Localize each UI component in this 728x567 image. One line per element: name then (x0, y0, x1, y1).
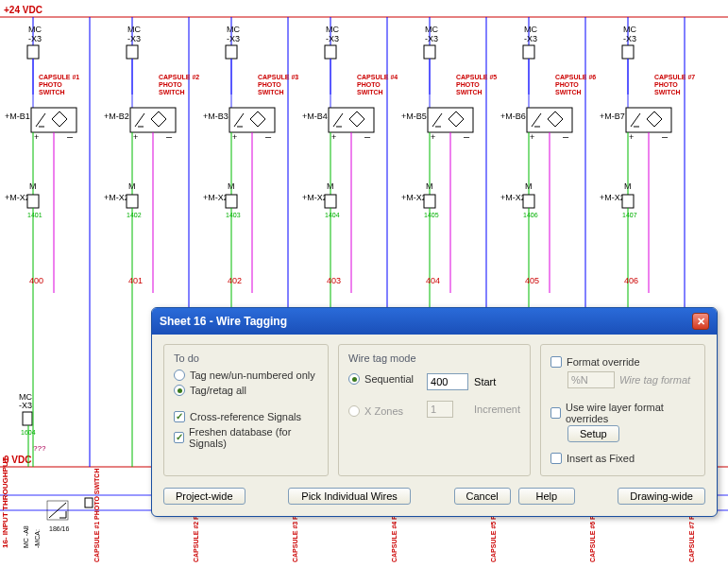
svg-text:-X3: -X3 (127, 34, 141, 43)
svg-text:–: – (364, 130, 371, 142)
svg-rect-59 (127, 195, 138, 208)
svg-text:–: – (563, 130, 569, 142)
radio-sequential[interactable]: Sequential (348, 373, 414, 385)
svg-text:MC: MC (425, 25, 438, 34)
svg-text:1404: 1404 (325, 212, 340, 218)
start-input[interactable] (427, 373, 468, 390)
svg-text:406: 406 (624, 276, 638, 285)
svg-text:+M-X2: +M-X2 (104, 193, 129, 202)
svg-text:CAPSULE #5
      PHOTO
      S: CAPSULE #5 PHOTO SWITCH (456, 74, 499, 95)
cancel-button[interactable]: Cancel (454, 488, 511, 505)
svg-text:CAPSULE #3
      PHOTO
      S: CAPSULE #3 PHOTO SWITCH (258, 74, 300, 95)
svg-text:+M-B2: +M-B2 (104, 112, 129, 121)
svg-text:+: + (232, 132, 237, 142)
svg-text:+M-B7: +M-B7 (600, 112, 625, 121)
svg-text:+M-X2: +M-X2 (203, 193, 229, 202)
svg-rect-16 (23, 412, 32, 425)
svg-text:+M-X2: +M-X2 (302, 193, 328, 202)
help-button[interactable]: Help (518, 488, 575, 505)
svg-rect-139 (523, 45, 534, 59)
svg-text:M: M (525, 181, 533, 191)
svg-rect-24 (27, 45, 39, 59)
svg-text:1402: 1402 (127, 212, 142, 218)
svg-text:+M-B1: +M-B1 (5, 112, 30, 121)
svg-text:M: M (228, 181, 235, 191)
svg-text:MC: MC (524, 25, 537, 34)
svg-text:-MCA:: -MCA: (34, 529, 41, 548)
svg-text:CAPSULE #7
      PHOTO
      S: CAPSULE #7 PHOTO SWITCH (654, 74, 697, 95)
group-title-mode: Wire tag mode (348, 352, 520, 364)
svg-text:–: – (464, 130, 470, 142)
svg-rect-120 (428, 108, 473, 132)
svg-text:CAPSULE #1
      PHOTO
      S: CAPSULE #1 PHOTO SWITCH (39, 74, 81, 95)
svg-text:+M-X2: +M-X2 (600, 193, 625, 202)
svg-text:+M-X2: +M-X2 (5, 193, 30, 202)
format-hint: Wire tag format (619, 374, 690, 386)
svg-rect-143 (527, 108, 572, 132)
svg-text:+M-B3: +M-B3 (203, 112, 229, 121)
svg-text:1401: 1401 (27, 212, 42, 218)
svg-text:MC: MC (127, 25, 141, 34)
pick-wires-button[interactable]: Pick Individual Wires (288, 488, 411, 505)
svg-text:1407: 1407 (622, 212, 637, 218)
svg-text:+: + (530, 132, 534, 142)
svg-text:CAPSULE #2
      PHOTO
      S: CAPSULE #2 PHOTO SWITCH (159, 74, 201, 95)
svg-text:-X3: -X3 (227, 34, 240, 43)
svg-text:+: + (133, 132, 138, 142)
close-icon[interactable]: ✕ (692, 313, 709, 330)
svg-text:402: 402 (228, 276, 242, 285)
svg-text:16- INPUT THROUGHPUT: 16- INPUT THROUGHPUT (1, 456, 9, 548)
svg-rect-105 (325, 195, 336, 208)
group-format: Format override Wire tag format Use wire… (540, 344, 705, 476)
start-label: Start (474, 376, 520, 387)
check-layer-override[interactable]: Use wire layer format overrides (550, 402, 695, 424)
format-input (567, 371, 615, 388)
svg-text:CAPSULE #4
      PHOTO
      S: CAPSULE #4 PHOTO SWITCH (357, 74, 399, 95)
radio-tag-retag[interactable]: Tag/retag all (174, 385, 318, 396)
svg-text:401: 401 (128, 276, 143, 285)
svg-text:1406: 1406 (523, 212, 538, 218)
svg-text:MC -A8: MC -A8 (23, 525, 29, 548)
svg-rect-74 (229, 108, 275, 132)
svg-text:–: – (166, 130, 173, 142)
dialog-titlebar: Sheet 16 - Wire Tagging ✕ (152, 308, 717, 335)
svg-rect-47 (127, 45, 138, 59)
svg-text:–: – (265, 130, 272, 142)
svg-text:-X3: -X3 (326, 34, 339, 43)
svg-rect-93 (325, 45, 336, 59)
svg-rect-36 (27, 195, 39, 208)
svg-text:+24 VDC: +24 VDC (4, 5, 42, 15)
svg-text:+M-X2: +M-X2 (401, 193, 427, 202)
check-format-override[interactable]: Format override (550, 356, 695, 368)
svg-text:M: M (624, 181, 632, 191)
svg-text:CAPSULE #6
      PHOTO
      S: CAPSULE #6 PHOTO SWITCH (555, 74, 598, 95)
check-insert-fixed[interactable]: Insert as Fixed (550, 453, 695, 464)
project-wide-button[interactable]: Project-wide (163, 488, 245, 505)
svg-text:405: 405 (525, 276, 539, 285)
svg-text:+: + (431, 132, 435, 142)
check-xref[interactable]: ✓ Cross-reference Signals (174, 411, 318, 422)
increment-label: Increment (474, 404, 520, 415)
svg-text:M: M (128, 181, 136, 191)
svg-text:M: M (426, 181, 433, 191)
check-freshen[interactable]: ✓ Freshen database (for Signals) (174, 426, 318, 449)
svg-text:???: ??? (33, 444, 46, 453)
increment-input (427, 401, 453, 418)
radio-xzones: X Zones (348, 405, 414, 417)
drawing-wide-button[interactable]: Drawing-wide (618, 488, 705, 505)
svg-text:+: + (629, 132, 634, 142)
svg-rect-28 (31, 108, 76, 132)
svg-text:186/16: 186/16 (49, 525, 70, 532)
svg-text:1403: 1403 (226, 212, 241, 218)
radio-tag-new[interactable]: Tag new/un-numbered only (174, 369, 318, 381)
svg-text:403: 403 (327, 276, 341, 285)
svg-rect-151 (523, 195, 534, 208)
svg-rect-82 (226, 195, 237, 208)
setup-button[interactable]: Setup (567, 425, 619, 442)
svg-text:+M-X2: +M-X2 (500, 193, 526, 202)
svg-text:+: + (34, 132, 39, 142)
svg-text:MC: MC (326, 25, 339, 34)
svg-rect-42 (85, 498, 93, 507)
svg-text:-X3: -X3 (524, 34, 537, 43)
svg-rect-51 (130, 108, 176, 132)
